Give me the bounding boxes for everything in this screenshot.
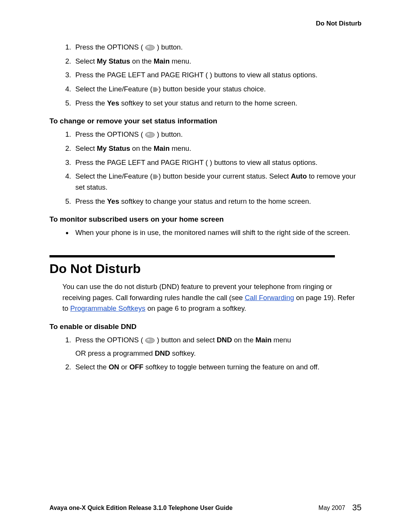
options-button-icon <box>145 45 155 51</box>
text: softkey. <box>170 349 196 357</box>
svg-point-7 <box>147 339 150 340</box>
text: menu. <box>170 57 191 65</box>
page-footer: Avaya one-X Quick Edition Release 3.1.0 … <box>49 502 362 512</box>
link-call-forwarding[interactable]: Call Forwarding <box>245 294 294 302</box>
options-button-icon <box>145 337 155 343</box>
bold-text: ON <box>108 363 119 371</box>
steps-list-set-status: Press the OPTIONS ( ) button. Select My … <box>49 42 362 109</box>
line-feature-icon <box>153 174 159 179</box>
text: ) button beside your current status. Sel… <box>159 172 291 180</box>
list-item: When your phone is in use, the monitored… <box>65 227 362 238</box>
list-item: Press the Yes softkey to change your sta… <box>73 196 362 207</box>
list-item: Select My Status on the Main menu. <box>73 143 362 154</box>
list-item: Select the Line/Feature () button beside… <box>73 171 362 193</box>
bold-text: DND <box>217 336 232 344</box>
svg-rect-5 <box>153 174 156 179</box>
svg-point-3 <box>145 132 155 137</box>
svg-point-4 <box>147 133 150 135</box>
list-item: Select My Status on the Main menu. <box>73 56 362 67</box>
text: ) button and select <box>155 336 217 344</box>
line-feature-icon <box>153 87 159 92</box>
text: menu. <box>170 144 191 152</box>
options-button-icon <box>145 132 155 138</box>
text: Press the PAGE LEFT and PAGE RIGHT ( ) b… <box>75 158 317 166</box>
sub-heading-enable-dnd: To enable or disable DND <box>49 323 362 331</box>
list-item: Select the ON or OFF softkey to toggle b… <box>73 362 362 373</box>
list-item: Press the PAGE LEFT and PAGE RIGHT ( ) b… <box>73 70 362 81</box>
list-item: Press the Yes softkey to set your status… <box>73 98 362 109</box>
text: softkey to change your status and return… <box>119 197 311 205</box>
text: Press the <box>75 99 107 107</box>
bullet-list-monitor: When your phone is in use, the monitored… <box>49 227 362 238</box>
sub-heading-change-status: To change or remove your set status info… <box>49 117 362 125</box>
section-divider <box>49 255 335 257</box>
text: on the <box>130 57 154 65</box>
text: ) button beside your status choice. <box>159 85 266 93</box>
bold-text: Main <box>154 57 170 65</box>
bold-text: Auto <box>291 172 307 180</box>
footer-date: May 2007 <box>319 505 345 511</box>
footer-right: May 2007 35 <box>319 502 362 512</box>
bold-text: Main <box>255 336 271 344</box>
list-item: Press the OPTIONS ( ) button. <box>73 129 362 140</box>
page-content: Press the OPTIONS ( ) button. Select My … <box>49 20 362 373</box>
text: Select <box>75 57 97 65</box>
list-item: Press the OPTIONS ( ) button and select … <box>73 335 362 359</box>
text: on page 6 to program a softkey. <box>145 304 246 312</box>
list-item: Select the Line/Feature () button beside… <box>73 84 362 95</box>
text: Press the PAGE LEFT and PAGE RIGHT ( ) b… <box>75 71 317 79</box>
text: softkey to set your status and return to… <box>119 99 297 107</box>
sub-heading-monitor-users: To monitor subscribed users on your home… <box>49 215 362 224</box>
running-head: Do Not Disturb <box>316 20 362 27</box>
text: ) button. <box>155 130 183 138</box>
list-item: Press the OPTIONS ( ) button. <box>73 42 362 53</box>
section-title-dnd: Do Not Disturb <box>49 261 362 276</box>
text: or <box>119 363 129 371</box>
document-page: Do Not Disturb Press the OPTIONS ( ) but… <box>0 0 411 532</box>
steps-list-enable-dnd: Press the OPTIONS ( ) button and select … <box>49 335 362 373</box>
svg-point-6 <box>145 338 155 343</box>
footer-doc-title: Avaya one-X Quick Edition Release 3.1.0 … <box>49 505 233 511</box>
link-programmable-softkeys[interactable]: Programmable Softkeys <box>70 304 145 312</box>
bold-text: Yes <box>107 197 119 205</box>
text: Press the OPTIONS ( <box>75 130 145 138</box>
steps-list-change-status: Press the OPTIONS ( ) button. Select My … <box>49 129 362 207</box>
text: Select the <box>75 363 108 371</box>
text: Select the Line/Feature ( <box>75 172 153 180</box>
svg-point-0 <box>145 45 155 50</box>
text: on the <box>130 144 154 152</box>
svg-point-1 <box>147 46 150 48</box>
bold-text: Main <box>154 144 170 152</box>
bold-text: My Status <box>97 57 130 65</box>
text: Press the OPTIONS ( <box>75 336 145 344</box>
text: Press the OPTIONS ( <box>75 43 145 51</box>
bold-text: OFF <box>129 363 143 371</box>
text: Press the <box>75 197 107 205</box>
list-item: Press the PAGE LEFT and PAGE RIGHT ( ) b… <box>73 157 362 168</box>
text: softkey to toggle between turning the fe… <box>143 363 319 371</box>
text: Select <box>75 144 97 152</box>
footer-page-number: 35 <box>352 503 362 512</box>
bold-text: Yes <box>107 99 119 107</box>
dnd-paragraph: You can use the do not disturb (DND) fea… <box>49 281 362 314</box>
text: Select the Line/Feature ( <box>75 85 153 93</box>
text: on the <box>232 336 256 344</box>
bold-text: DND <box>155 349 170 357</box>
svg-rect-2 <box>153 87 156 92</box>
text: menu <box>271 336 291 344</box>
text: OR press a programmed <box>75 349 155 357</box>
text: ) button. <box>155 43 183 51</box>
bold-text: My Status <box>97 144 130 152</box>
